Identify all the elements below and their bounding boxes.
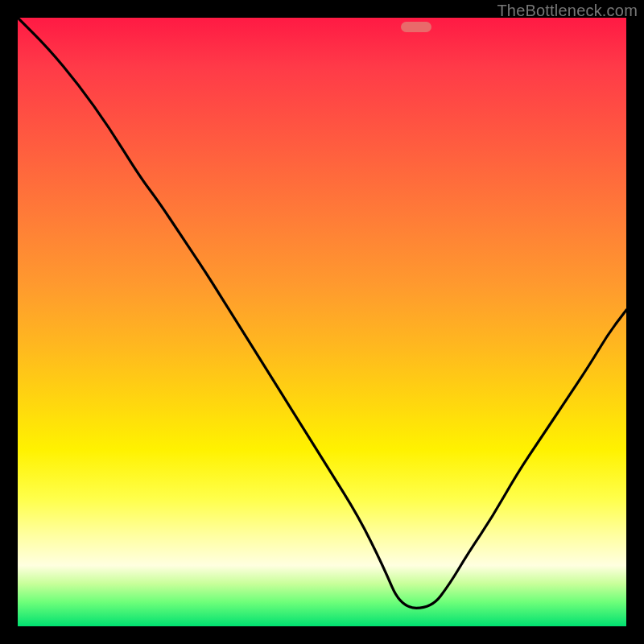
bottleneck-curve — [18, 18, 626, 608]
plot-area — [18, 18, 626, 626]
optimal-marker — [401, 22, 431, 33]
curve-layer — [18, 18, 626, 626]
chart-frame: TheBottleneck.com — [0, 0, 644, 644]
